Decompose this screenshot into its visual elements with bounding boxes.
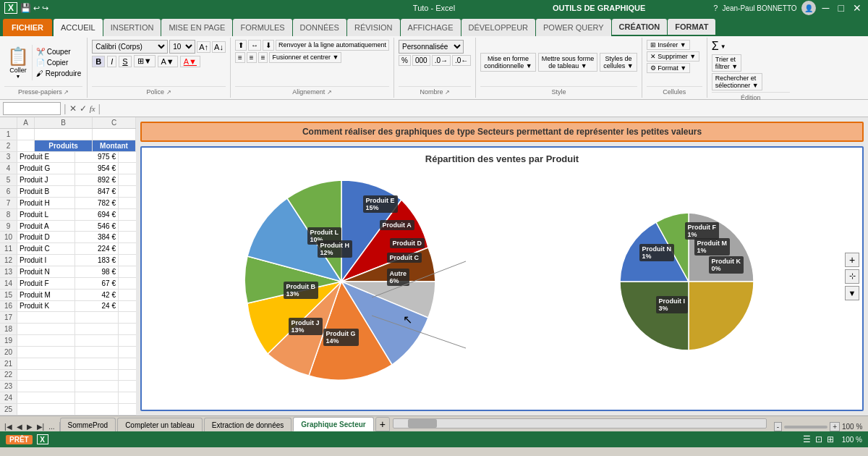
align-left-btn[interactable]: ≡: [235, 52, 245, 63]
view-normal-btn[interactable]: ☰: [803, 434, 811, 444]
align-top-btn[interactable]: ⬆: [235, 40, 247, 51]
underline-btn[interactable]: S: [119, 56, 131, 67]
wrap-text-btn[interactable]: Renvoyer à la ligne automatiquement: [276, 40, 389, 51]
cell-a2[interactable]: [17, 140, 35, 151]
supprimer-btn[interactable]: ✕ Supprimer ▼: [647, 51, 699, 62]
align-center-btn[interactable]: ≡: [247, 52, 257, 63]
cell-montant-k[interactable]: 24 €: [75, 301, 119, 312]
filter-btn[interactable]: ▼: [845, 286, 859, 300]
tab-last-btn[interactable]: ▶|: [35, 422, 46, 431]
decrease-decimal-btn[interactable]: .0←: [452, 55, 471, 66]
cell-montant-g[interactable]: 954 €: [75, 163, 119, 174]
cell-produit-b[interactable]: Produit B: [17, 186, 75, 197]
sheet-tab-sommeprod[interactable]: SommeProd: [60, 418, 116, 431]
tab-formules[interactable]: FORMULES: [233, 19, 292, 36]
styles-cellules-btn[interactable]: Styles decellules ▼: [600, 53, 637, 72]
align-right-btn[interactable]: ≡: [258, 52, 268, 63]
align-bottom-btn[interactable]: ⬇: [263, 40, 274, 51]
cell-produit-h[interactable]: Produit H: [17, 198, 75, 208]
zoom-out-btn[interactable]: -: [774, 422, 782, 431]
sheet-tab-completer[interactable]: Completer un tableau: [117, 418, 203, 431]
formula-input[interactable]: [103, 102, 865, 115]
tab-developpeur[interactable]: DÉVELOPPEUR: [461, 19, 536, 36]
font-color-btn[interactable]: A▼: [180, 56, 200, 67]
cell-produit-c[interactable]: Produit C: [17, 243, 75, 254]
cell-montant-a[interactable]: 546 €: [75, 221, 119, 232]
tab-insertion[interactable]: INSERTION: [103, 19, 161, 36]
tab-accueil[interactable]: ACCUEIL: [54, 19, 103, 36]
mettre-sous-forme-tableau-btn[interactable]: Mettre sous formede tableau ▼: [538, 53, 598, 72]
col-header-b[interactable]: B: [35, 117, 93, 128]
tab-next-btn[interactable]: ▶: [25, 422, 34, 431]
cell-montant-h[interactable]: 782 €: [75, 198, 119, 208]
font-shrink-btn[interactable]: A↓: [212, 41, 226, 53]
coller-button[interactable]: 📋 Coller ▼: [4, 45, 33, 80]
tab-revision[interactable]: RÉVISION: [347, 19, 400, 36]
cell-produit-a[interactable]: Produit A: [17, 221, 75, 232]
tab-power-query[interactable]: POWER QUERY: [536, 19, 611, 36]
cell-produit-m[interactable]: Produit M: [17, 290, 75, 300]
reproduire-button[interactable]: 🖌 Reproduire: [35, 69, 82, 78]
select-btn[interactable]: ⊹: [845, 269, 859, 284]
tab-first-btn[interactable]: |◀: [3, 422, 14, 431]
help-icon[interactable]: ?: [713, 4, 718, 12]
cell-produit-i[interactable]: Produit I: [17, 255, 75, 266]
couper-button[interactable]: ✂️ Couper: [35, 47, 82, 56]
maximize-btn[interactable]: □: [836, 2, 846, 14]
confirm-formula-btn[interactable]: ✓: [80, 104, 87, 114]
name-box[interactable]: Graphique 5: [3, 102, 61, 115]
cell-b1[interactable]: [35, 129, 93, 140]
cell-a1[interactable]: [17, 129, 35, 140]
sheet-tab-extraction[interactable]: Extraction de données: [204, 418, 292, 431]
align-middle-btn[interactable]: ↔: [248, 40, 261, 51]
fill-color-btn[interactable]: A▼: [158, 56, 178, 67]
zoom-in-btn[interactable]: +: [845, 253, 859, 267]
zoom-slider[interactable]: [784, 426, 827, 428]
percent-btn[interactable]: %: [399, 55, 411, 66]
cell-montant-b[interactable]: 847 €: [75, 186, 119, 197]
tab-donnees[interactable]: DONNÉES: [293, 19, 346, 36]
cell-montant-i[interactable]: 183 €: [75, 255, 119, 266]
zoom-in-btn-bar[interactable]: +: [830, 422, 840, 431]
copier-button[interactable]: 📄 Copier: [35, 58, 82, 67]
cell-produit-j[interactable]: Produit J: [17, 174, 75, 185]
cell-montant-m[interactable]: 42 €: [75, 290, 119, 300]
close-btn[interactable]: ✕: [851, 2, 864, 14]
format-btn[interactable]: ⚙ Format ▼: [647, 63, 690, 73]
cell-montant-d[interactable]: 384 €: [75, 232, 119, 242]
borders-btn[interactable]: ⊞▼: [134, 55, 156, 67]
inserer-btn[interactable]: ⊞ Insérer ▼: [647, 40, 690, 50]
cell-montant-c[interactable]: 224 €: [75, 243, 119, 254]
cell-c1[interactable]: [93, 129, 136, 140]
cell-produit-f[interactable]: Produit F: [17, 278, 75, 289]
chart-title-banner[interactable]: Comment réaliser des graphiques de type …: [140, 122, 864, 142]
tab-prev-btn[interactable]: ◀: [15, 422, 24, 431]
tab-format[interactable]: FORMAT: [668, 19, 715, 36]
thousands-btn[interactable]: 000: [412, 55, 430, 66]
cell-produit-k[interactable]: Produit K: [17, 301, 75, 312]
chart-container[interactable]: Répartition des ventes par Produit: [140, 146, 864, 411]
italic-btn[interactable]: I: [107, 56, 116, 67]
cell-produit-g[interactable]: Produit G: [17, 163, 75, 174]
trier-filtrer-btn[interactable]: Trier etfiltrer ▼: [712, 54, 741, 72]
view-layout-btn[interactable]: ⊡: [815, 434, 822, 444]
view-pagebreak-btn[interactable]: ⊞: [827, 434, 834, 444]
tab-mise-en-page[interactable]: MISE EN PAGE: [161, 19, 232, 36]
cell-c2-header[interactable]: Montant: [93, 140, 136, 151]
tab-creation[interactable]: CRÉATION: [612, 19, 668, 36]
cell-produit-e[interactable]: Produit E: [17, 152, 75, 163]
undo-btn[interactable]: ↩: [33, 4, 40, 13]
cell-montant-n[interactable]: 98 €: [75, 266, 119, 277]
bold-btn[interactable]: B: [92, 56, 105, 67]
cell-produit-d[interactable]: Produit D: [17, 232, 75, 242]
col-header-a[interactable]: A: [17, 117, 35, 128]
font-grow-btn[interactable]: A↑: [197, 41, 210, 53]
sheet-tab-graphique[interactable]: Graphique Secteur: [293, 417, 373, 431]
cell-produit-n[interactable]: Produit N: [17, 266, 75, 277]
cell-b2-header[interactable]: Produits: [35, 140, 93, 151]
save-btn[interactable]: 💾: [20, 3, 31, 13]
minimize-btn[interactable]: ─: [820, 2, 832, 14]
cell-montant-f[interactable]: 67 €: [75, 278, 119, 289]
cell-montant-e[interactable]: 975 €: [75, 152, 119, 163]
merge-btn[interactable]: Fusionner et centrer ▼: [269, 52, 341, 63]
